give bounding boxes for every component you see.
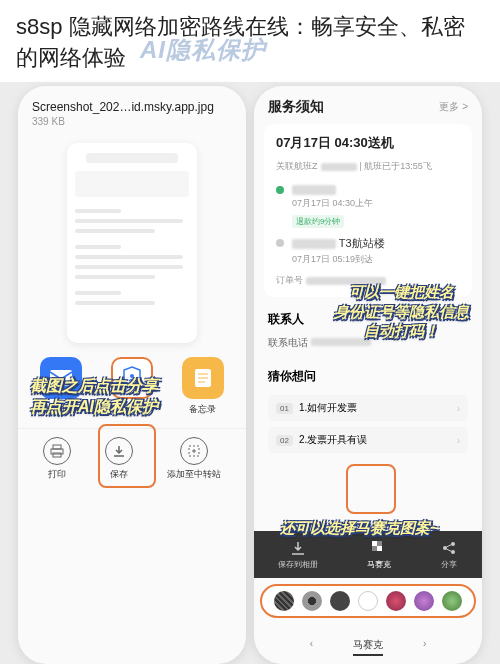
phone-screenshot-share: Screenshot_202…id.msky.app.jpg 339 KB (18, 86, 246, 664)
share-icon (440, 539, 458, 557)
tab-next[interactable]: › (423, 638, 426, 656)
share-memo[interactable]: 备忘录 (173, 357, 233, 416)
tool-save-album[interactable]: 保存到相册 (278, 539, 318, 570)
overlay-bottom: 还可以选择马赛克图案~ (280, 518, 439, 538)
chevron-right-icon: › (457, 435, 460, 446)
file-meta: Screenshot_202…id.msky.app.jpg 339 KB (18, 86, 246, 133)
transfer-icon (180, 437, 208, 465)
watermark-text: AI隐私保护 (140, 34, 266, 66)
dot-gray-icon (276, 239, 284, 247)
svg-rect-11 (377, 541, 382, 546)
overlay-right: 可以一键把姓名 身份证号等隐私信息 自动打码！ (334, 282, 469, 341)
svg-rect-10 (372, 541, 377, 546)
screenshot-preview[interactable] (67, 143, 197, 343)
mosaic-swatch-1[interactable] (274, 591, 294, 611)
contact-title: 联系人 (268, 311, 304, 328)
svg-rect-6 (53, 445, 61, 449)
mosaic-swatch-2[interactable] (302, 591, 322, 611)
page-header: s8sp 隐藏网络加密路线在线：畅享安全、私密的网络体验 AI隐私保护 (0, 0, 500, 82)
service-title: 服务须知 (268, 98, 324, 116)
phones-row: Screenshot_202…id.msky.app.jpg 339 KB (0, 86, 500, 664)
qa-item-1[interactable]: 01 1.如何开发票 › (268, 395, 468, 421)
mosaic-swatch-6[interactable] (414, 591, 434, 611)
highlight-mosaic-tool (346, 464, 396, 514)
memo-icon (182, 357, 224, 399)
bottom-tab-bar: ‹ 马赛克 › (254, 638, 482, 656)
svg-point-15 (451, 542, 455, 546)
trip-step-depart: 07月17日 04:30上午 退款约9分钟 (276, 183, 460, 228)
dot-green-icon (276, 186, 284, 194)
highlight-ai-privacy (98, 424, 156, 488)
tab-prev[interactable]: ‹ (310, 638, 313, 656)
chevron-right-icon: › (457, 403, 460, 414)
filesize: 339 KB (32, 116, 232, 127)
svg-point-16 (451, 550, 455, 554)
tab-mosaic[interactable]: 马赛克 (353, 638, 383, 656)
mosaic-swatch-3[interactable] (330, 591, 350, 611)
action-transfer[interactable]: 添加至中转站 (167, 437, 221, 481)
more-link[interactable]: 更多 > (439, 100, 468, 114)
qa-title: 猜你想问 (268, 368, 316, 385)
phone-service-notice: 服务须知 更多 > 07月17日 04:30送机 关联航班Z| 航班已于13:5… (254, 86, 482, 664)
svg-rect-13 (377, 546, 382, 551)
overlay-left: 截图之后点击分享 再点开AI隐私保护 (30, 376, 158, 418)
blurred-terminal (292, 239, 336, 249)
trip-step-arrive: T3航站楼 07月17日 05:19到达 (276, 236, 460, 266)
filename: Screenshot_202…id.msky.app.jpg (32, 100, 232, 114)
action-print[interactable]: 打印 (43, 437, 71, 481)
qa-section: 猜你想问 01 1.如何开发票 › 02 2.发票开具有误 › (264, 364, 472, 453)
mosaic-swatch-7[interactable] (442, 591, 462, 611)
service-header: 服务须知 更多 > (254, 86, 482, 124)
tool-mosaic[interactable]: 马赛克 (367, 539, 391, 570)
blurred-flight-no (321, 163, 357, 171)
trip-time-header: 07月17日 04:30送机 (276, 134, 460, 152)
mosaic-swatch-4[interactable] (358, 591, 378, 611)
mosaic-icon (370, 539, 388, 557)
download-icon (289, 539, 307, 557)
qa-item-2[interactable]: 02 2.发票开具有误 › (268, 427, 468, 453)
tool-share[interactable]: 分享 (440, 539, 458, 570)
flight-info: 关联航班Z| 航班已于13:55飞 (276, 160, 460, 173)
mosaic-pattern-bar (260, 584, 476, 618)
mosaic-swatch-5[interactable] (386, 591, 406, 611)
svg-rect-12 (372, 546, 377, 551)
print-icon (43, 437, 71, 465)
trip-card: 07月17日 04:30送机 关联航班Z| 航班已于13:55飞 07月17日 … (264, 124, 472, 297)
blurred-location (292, 185, 336, 195)
edit-toolbar: 保存到相册 马赛克 分享 (254, 531, 482, 578)
refund-badge: 退款约9分钟 (292, 215, 344, 228)
